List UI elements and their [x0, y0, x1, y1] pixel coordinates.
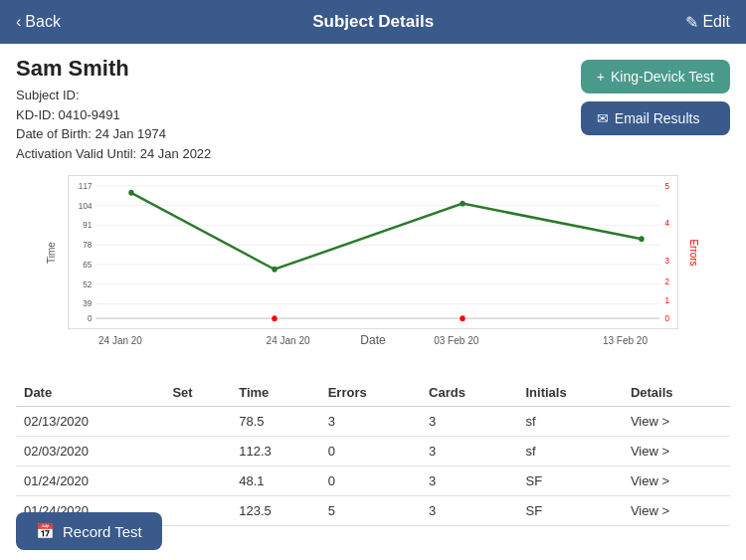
date-label-1: 24 Jan 20 [98, 335, 142, 346]
col-date: Date [16, 379, 164, 407]
table-row: 01/24/2020 48.1 0 3 SF View > [16, 467, 730, 496]
subject-area: Sam Smith Subject ID: KD-ID: 0410-9491 D… [0, 44, 746, 171]
table-header: Date Set Time Errors Cards Initials Deta… [16, 379, 730, 407]
chart-wrapper: Time Errors 117 104 91 78 65 52 39 0 5 4… [52, 175, 694, 347]
cell-time: 78.5 [231, 407, 319, 437]
back-chevron-icon: ‹ [16, 13, 21, 31]
cell-errors: 0 [320, 467, 421, 496]
king-devick-button[interactable]: + King-Devick Test [581, 60, 730, 93]
cell-set [164, 467, 231, 496]
cell-initials: sf [517, 437, 622, 467]
svg-text:4: 4 [664, 218, 669, 228]
cell-date: 02/03/2020 [16, 437, 164, 467]
back-label: Back [25, 13, 61, 31]
edit-label: Edit [702, 13, 730, 31]
svg-text:78: 78 [83, 240, 92, 250]
cell-details[interactable]: View > [623, 467, 730, 496]
cell-initials: SF [517, 496, 622, 526]
cell-cards: 3 [421, 467, 517, 496]
edit-icon: ✎ [685, 13, 698, 32]
svg-point-23 [272, 267, 277, 273]
svg-point-25 [639, 236, 644, 242]
col-time: Time [231, 379, 319, 407]
email-icon: ✉ [597, 110, 609, 126]
cell-errors: 0 [320, 437, 421, 467]
cell-set [164, 437, 231, 467]
cell-time: 123.5 [231, 496, 319, 526]
cell-errors: 3 [320, 407, 421, 437]
date-label-2: 24 Jan 20 [267, 335, 310, 346]
cell-cards: 3 [421, 437, 517, 467]
col-cards: Cards [421, 379, 517, 407]
svg-text:117: 117 [79, 180, 93, 190]
col-errors: Errors [320, 379, 421, 407]
svg-text:5: 5 [664, 180, 669, 190]
svg-point-22 [128, 190, 133, 196]
cell-date: 01/24/2020 [16, 467, 164, 496]
svg-point-26 [272, 315, 277, 321]
subject-name: Sam Smith [16, 56, 211, 82]
svg-text:1: 1 [664, 295, 669, 305]
svg-point-24 [460, 201, 465, 207]
svg-text:0: 0 [88, 313, 93, 323]
col-set: Set [164, 379, 231, 407]
svg-text:52: 52 [83, 279, 92, 288]
cell-initials: SF [517, 467, 622, 496]
email-results-button[interactable]: ✉ Email Results [581, 101, 730, 135]
y-axis-right-label: Errors [688, 239, 699, 266]
chart-svg: 117 104 91 78 65 52 39 0 5 4 3 2 1 0 [69, 176, 677, 328]
chart-container: Time Errors 117 104 91 78 65 52 39 0 5 4… [68, 175, 678, 329]
page-title: Subject Details [312, 12, 434, 32]
svg-text:91: 91 [83, 220, 92, 230]
record-test-label: Record Test [63, 523, 142, 540]
svg-text:0: 0 [664, 313, 669, 323]
header: ‹ Back Subject Details ✎ Edit [0, 0, 746, 44]
subject-kd-id: KD-ID: 0410-9491 [16, 105, 211, 125]
table-row: 02/03/2020 112.3 0 3 sf View > [16, 437, 730, 467]
date-label-4: 13 Feb 20 [603, 335, 648, 346]
y-axis-label: Time [46, 242, 57, 264]
svg-point-27 [460, 315, 465, 321]
cell-cards: 3 [421, 496, 517, 526]
subject-actions: + King-Devick Test ✉ Email Results [581, 60, 730, 135]
calendar-icon: 📅 [36, 522, 55, 540]
cell-errors: 5 [320, 496, 421, 526]
back-button[interactable]: ‹ Back [16, 13, 61, 31]
svg-text:2: 2 [664, 276, 669, 285]
cell-details[interactable]: View > [623, 496, 730, 526]
plus-icon: + [597, 69, 605, 85]
cell-details[interactable]: View > [623, 437, 730, 467]
svg-text:65: 65 [83, 259, 92, 269]
svg-text:39: 39 [83, 298, 92, 308]
cell-details[interactable]: View > [623, 407, 730, 437]
subject-info: Sam Smith Subject ID: KD-ID: 0410-9491 D… [16, 56, 211, 163]
subject-id-label: Subject ID: [16, 86, 211, 105]
date-label-3: 03 Feb 20 [434, 335, 478, 346]
bottom-bar: 📅 Record Test [0, 502, 178, 560]
cell-time: 48.1 [231, 467, 319, 496]
col-details: Details [623, 379, 730, 407]
subject-dob: Date of Birth: 24 Jan 1974 [16, 124, 211, 144]
cell-set [164, 407, 231, 437]
edit-button[interactable]: ✎ Edit [685, 13, 730, 32]
subject-activation: Activation Valid Until: 24 Jan 2022 [16, 144, 211, 164]
table-row: 02/13/2020 78.5 3 3 sf View > [16, 407, 730, 437]
cell-cards: 3 [421, 407, 517, 437]
svg-text:104: 104 [79, 200, 93, 210]
record-test-button[interactable]: 📅 Record Test [16, 512, 162, 550]
cell-time: 112.3 [231, 437, 319, 467]
col-initials: Initials [517, 379, 622, 407]
email-results-label: Email Results [615, 110, 700, 126]
cell-date: 02/13/2020 [16, 407, 164, 437]
cell-initials: sf [517, 407, 622, 437]
king-devick-label: King-Devick Test [611, 69, 714, 85]
svg-text:3: 3 [664, 255, 669, 265]
